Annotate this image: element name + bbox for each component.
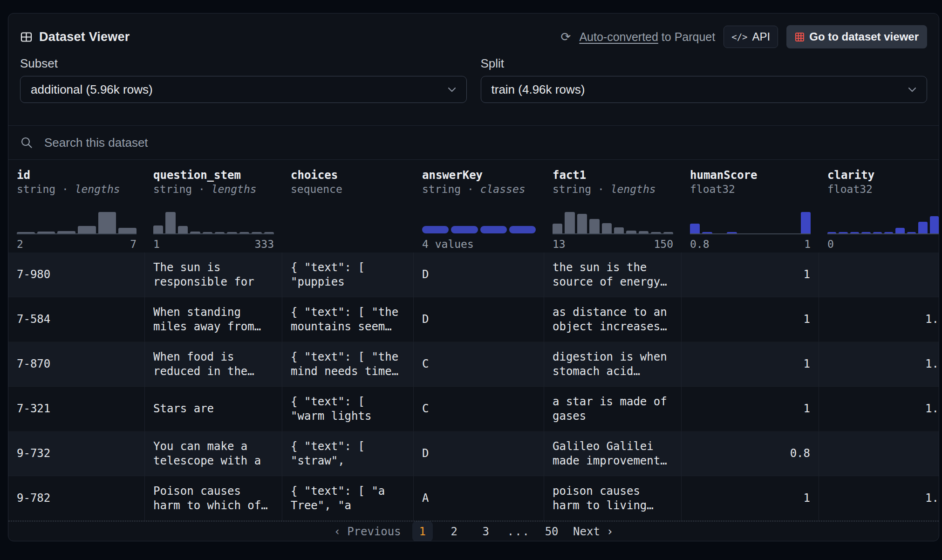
histogram-bar bbox=[702, 232, 712, 233]
subset-select[interactable]: additional (5.96k rows) bbox=[20, 76, 467, 103]
cell-choices[interactable]: { "text": [ "warm lights that… bbox=[282, 387, 414, 431]
cell-humanScore[interactable]: 0.8 bbox=[682, 431, 819, 476]
column-type: float32 bbox=[690, 182, 811, 196]
column-header-question_stem[interactable]: question_stemstring · lengths1333 bbox=[145, 160, 282, 253]
auto-converted-text: Auto-converted to Parquet bbox=[579, 30, 715, 44]
cell-text: 7-321 bbox=[17, 402, 50, 416]
cell-clarity[interactable] bbox=[819, 431, 939, 476]
cell-id[interactable]: 9-782 bbox=[8, 476, 145, 521]
cell-answerKey[interactable]: A bbox=[414, 476, 544, 521]
page-button-1[interactable]: 1 bbox=[412, 521, 433, 541]
histogram-bar bbox=[165, 212, 175, 233]
cell-answerKey[interactable]: C bbox=[414, 387, 544, 431]
histogram-bar bbox=[801, 212, 811, 233]
cell-id[interactable]: 7-870 bbox=[8, 342, 145, 387]
cell-id[interactable]: 7-321 bbox=[8, 387, 145, 431]
column-header-humanScore[interactable]: humanScorefloat320.81 bbox=[682, 160, 819, 253]
cell-text: { "text": [ "a Tree", "a robot"… bbox=[291, 484, 405, 513]
cell-choices[interactable]: { "text": [ "puppies learnin… bbox=[282, 253, 414, 297]
cell-fact1[interactable]: a star is made of gases bbox=[544, 387, 682, 431]
histogram-max-label: 1 bbox=[804, 237, 811, 251]
go-to-dataset-viewer-button[interactable]: Go to dataset viewer bbox=[786, 25, 927, 48]
cell-humanScore[interactable]: 1 bbox=[682, 342, 819, 387]
page-button-50[interactable]: 50 bbox=[541, 521, 562, 541]
table-row[interactable]: 9-782Poison causes harm to which of…{ "t… bbox=[8, 476, 939, 521]
cell-fact1[interactable]: digestion is when stomach acid… bbox=[544, 342, 682, 387]
subset-selected-value: additional (5.96k rows) bbox=[31, 82, 153, 97]
page-button-3[interactable]: 3 bbox=[476, 521, 496, 541]
cell-question_stem[interactable]: Stars are bbox=[145, 387, 282, 431]
cell-humanScore[interactable]: 1 bbox=[682, 387, 819, 431]
cell-humanScore[interactable]: 1 bbox=[682, 297, 819, 342]
cell-fact1[interactable]: the sun is the source of energy… bbox=[544, 253, 682, 297]
api-button-label: API bbox=[752, 30, 771, 43]
table-header-row: idstring · lengths27question_stemstring … bbox=[8, 160, 939, 253]
cell-clarity[interactable]: 1. bbox=[819, 342, 939, 387]
cell-fact1[interactable]: as distance to an object increases… bbox=[544, 297, 682, 342]
page-button-2[interactable]: 2 bbox=[444, 521, 464, 541]
search-input[interactable] bbox=[44, 136, 927, 150]
cell-answerKey[interactable]: D bbox=[414, 253, 544, 297]
previous-page-button[interactable]: ‹Previous bbox=[334, 525, 401, 538]
table-row[interactable]: 7-980The sun is responsible for{ "text":… bbox=[8, 253, 939, 297]
cell-question_stem[interactable]: You can make a telescope with a bbox=[145, 431, 282, 476]
cell-text: 7-584 bbox=[17, 312, 50, 327]
cell-text: a star is made of gases bbox=[553, 395, 673, 423]
card-header-actions: ⟳ Auto-converted to Parquet </> API Go t… bbox=[561, 25, 927, 48]
cell-text: Galileo Galilei made improvement… bbox=[553, 439, 673, 468]
cell-id[interactable]: 7-584 bbox=[8, 297, 145, 342]
cell-clarity[interactable] bbox=[819, 253, 939, 297]
humanScore-histogram[interactable] bbox=[690, 212, 811, 234]
class-segment bbox=[422, 226, 449, 233]
choices-histogram[interactable] bbox=[291, 212, 405, 234]
histogram-min-label: 4 values bbox=[422, 237, 474, 251]
cell-id[interactable]: 7-980 bbox=[8, 253, 145, 297]
histogram-bar bbox=[153, 225, 163, 233]
table-row[interactable]: 9-732You can make a telescope with a{ "t… bbox=[8, 431, 939, 476]
histogram-bar bbox=[626, 231, 636, 233]
cell-humanScore[interactable]: 1 bbox=[682, 476, 819, 521]
split-label: Split bbox=[481, 55, 928, 71]
cell-choices[interactable]: { "text": [ "a Tree", "a robot"… bbox=[282, 476, 414, 521]
column-header-choices[interactable]: choicessequence bbox=[282, 160, 414, 253]
fact1-histogram[interactable] bbox=[553, 212, 673, 234]
histogram-bar bbox=[190, 232, 200, 233]
column-header-fact1[interactable]: fact1string · lengths13150 bbox=[544, 160, 682, 253]
answerKey-histogram[interactable] bbox=[422, 212, 536, 234]
cell-fact1[interactable]: Galileo Galilei made improvement… bbox=[544, 431, 682, 476]
cell-answerKey[interactable]: D bbox=[414, 431, 544, 476]
cell-fact1[interactable]: poison causes harm to living… bbox=[544, 476, 682, 521]
cell-text: 1 bbox=[804, 402, 810, 416]
column-header-clarity[interactable]: clarityfloat320 bbox=[819, 160, 939, 253]
cell-choices[interactable]: { "text": [ "the mountains seem… bbox=[282, 297, 414, 342]
next-page-button[interactable]: Next› bbox=[573, 525, 613, 538]
histogram-bar bbox=[861, 232, 870, 233]
cell-id[interactable]: 9-732 bbox=[8, 431, 145, 476]
cell-clarity[interactable]: 1. bbox=[819, 387, 939, 431]
cell-question_stem[interactable]: Poison causes harm to which of… bbox=[145, 476, 282, 521]
cell-question_stem[interactable]: The sun is responsible for bbox=[145, 253, 282, 297]
cell-choices[interactable]: { "text": [ "the mind needs time… bbox=[282, 342, 414, 387]
column-header-id[interactable]: idstring · lengths27 bbox=[8, 160, 145, 253]
table-row[interactable]: 7-584When standing miles away from…{ "te… bbox=[8, 297, 939, 342]
histogram-bar bbox=[553, 224, 562, 233]
id-histogram[interactable] bbox=[17, 212, 137, 234]
table-row[interactable]: 7-870When food is reduced in the…{ "text… bbox=[8, 342, 939, 387]
cell-clarity[interactable]: 1. bbox=[819, 297, 939, 342]
cell-text: the sun is the source of energy… bbox=[553, 260, 673, 289]
cell-question_stem[interactable]: When standing miles away from… bbox=[145, 297, 282, 342]
split-select[interactable]: train (4.96k rows) bbox=[481, 76, 928, 103]
cell-clarity[interactable]: 1. bbox=[819, 476, 939, 521]
cell-answerKey[interactable]: D bbox=[414, 297, 544, 342]
question_stem-histogram[interactable] bbox=[153, 212, 274, 234]
clarity-histogram[interactable] bbox=[827, 212, 939, 234]
api-button[interactable]: </> API bbox=[724, 26, 778, 48]
cell-choices[interactable]: { "text": [ "straw", "Glass"… bbox=[282, 431, 414, 476]
cell-humanScore[interactable]: 1 bbox=[682, 253, 819, 297]
table-row[interactable]: 7-321Stars are{ "text": [ "warm lights t… bbox=[8, 387, 939, 431]
cell-question_stem[interactable]: When food is reduced in the… bbox=[145, 342, 282, 387]
auto-converted-link[interactable]: Auto-converted bbox=[579, 30, 658, 43]
column-header-answerKey[interactable]: answerKeystring · classes4 values bbox=[414, 160, 544, 253]
histogram-bar bbox=[727, 232, 737, 233]
cell-answerKey[interactable]: C bbox=[414, 342, 544, 387]
